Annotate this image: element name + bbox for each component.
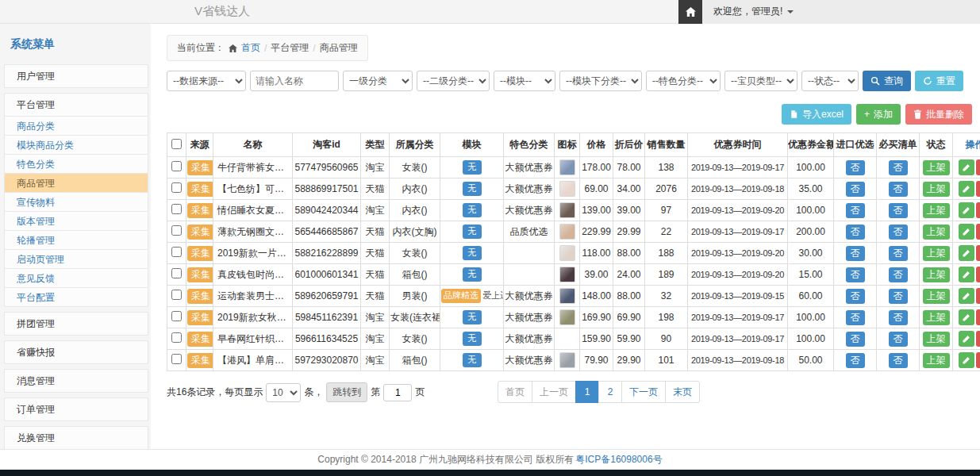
sidebar-item-users[interactable]: 用户管理 [4,64,148,88]
delete-button[interactable] [976,245,980,261]
page-button-next[interactable]: 下一页 [621,381,666,403]
reset-button[interactable]: 重置 [915,71,963,91]
batch-delete-button[interactable]: 批量删除 [905,104,972,125]
import-excel-button[interactable]: 导入excel [782,104,851,125]
status-toggle[interactable]: 上架 [923,160,950,175]
must-buy-toggle[interactable]: 否 [889,267,908,282]
edit-button[interactable] [959,202,974,218]
sidebar-item-module-goods-category[interactable]: 模块商品分类 [4,135,148,155]
must-buy-toggle[interactable]: 否 [889,310,908,325]
status-toggle[interactable]: 上架 [923,203,950,218]
filter-select[interactable]: 一级分类 [343,71,413,91]
row-checkbox[interactable] [171,161,182,171]
status-toggle[interactable]: 上架 [923,332,950,347]
filter-select[interactable]: --数据来源-- [167,71,246,91]
user-menu[interactable]: 欢迎您，管理员! [713,5,794,18]
add-button[interactable]: + 添加 [856,104,901,125]
status-toggle[interactable]: 上架 [923,267,950,282]
import-select-toggle[interactable]: 否 [846,203,865,218]
filter-select[interactable]: --二级分类-- [417,71,490,91]
row-checkbox[interactable] [171,354,182,364]
sidebar-item-order[interactable]: 订单管理 [4,397,148,421]
sidebar-item-groupbuy[interactable]: 拼团管理 [4,312,148,336]
sidebar-item-platform[interactable]: 平台管理 [4,93,148,117]
page-button-2[interactable]: 2 [598,381,622,403]
sidebar-item-feedback[interactable]: 意见反馈 [4,268,148,288]
edit-button[interactable] [959,267,974,282]
filter-select[interactable]: --模块下分类-- [559,71,642,91]
icp-link[interactable]: 粤ICP备16098006号 [575,453,662,466]
edit-button[interactable] [959,245,974,261]
row-checkbox[interactable] [171,332,182,343]
sidebar-item-express[interactable]: 省赚快报 [4,340,148,364]
import-select-toggle[interactable]: 否 [846,225,865,240]
delete-button[interactable] [976,159,980,175]
delete-button[interactable] [976,288,980,304]
status-toggle[interactable]: 上架 [923,225,950,240]
import-select-toggle[interactable]: 否 [846,310,865,325]
row-checkbox[interactable] [171,290,182,300]
filter-select[interactable]: --宝贝类型-- [724,71,797,91]
page-button-last[interactable]: 末页 [665,381,700,403]
breadcrumb-item-platform[interactable]: 平台管理 [271,41,309,55]
sidebar-item-exchange[interactable]: 兑换管理 [4,426,148,450]
status-toggle[interactable]: 上架 [923,353,950,368]
row-checkbox[interactable] [171,247,182,257]
status-toggle[interactable]: 上架 [923,182,950,197]
sidebar-item-version-management[interactable]: 版本管理 [4,211,148,231]
must-buy-toggle[interactable]: 否 [889,289,908,304]
must-buy-toggle[interactable]: 否 [889,203,908,218]
import-select-toggle[interactable]: 否 [846,267,865,282]
must-buy-toggle[interactable]: 否 [889,246,908,261]
edit-button[interactable] [959,352,974,368]
edit-button[interactable] [959,181,974,197]
jump-page-input[interactable] [383,384,412,401]
home-button[interactable] [678,0,702,24]
page-button-first[interactable]: 首页 [498,381,532,403]
import-select-toggle[interactable]: 否 [846,332,865,347]
row-checkbox[interactable] [171,204,182,214]
row-checkbox[interactable] [171,268,182,278]
page-size-select[interactable]: 10 [266,383,301,402]
filter-select[interactable]: --状态-- [801,71,859,91]
import-select-toggle[interactable]: 否 [846,353,865,368]
filter-select[interactable]: --模块-- [494,71,555,91]
edit-button[interactable] [959,309,974,325]
edit-button[interactable] [959,159,974,175]
sidebar-item-goods-category[interactable]: 商品分类 [4,116,148,136]
must-buy-toggle[interactable]: 否 [889,353,908,368]
jump-button[interactable]: 跳转到 [326,382,367,402]
page-button-prev[interactable]: 上一页 [532,381,576,403]
import-select-toggle[interactable]: 否 [846,182,865,197]
filter-select[interactable]: --特色分类-- [646,71,721,91]
must-buy-toggle[interactable]: 否 [889,225,908,240]
must-buy-toggle[interactable]: 否 [889,332,908,347]
delete-button[interactable] [976,224,980,240]
status-toggle[interactable]: 上架 [923,289,950,304]
sidebar-item-carousel-management[interactable]: 轮播管理 [4,230,148,250]
sidebar-item-promo-materials[interactable]: 宣传物料 [4,192,148,212]
breadcrumb-home-link[interactable]: 首页 [241,41,260,55]
search-button[interactable]: 查询 [863,71,911,91]
delete-button[interactable] [976,331,980,347]
sidebar-item-goods-management[interactable]: 商品管理 [4,173,148,193]
import-select-toggle[interactable]: 否 [846,289,865,304]
delete-button[interactable] [976,202,980,218]
edit-button[interactable] [959,288,974,304]
row-checkbox[interactable] [171,225,182,236]
edit-button[interactable] [959,331,974,347]
must-buy-toggle[interactable]: 否 [889,160,908,175]
row-checkbox[interactable] [171,182,182,193]
page-button-1[interactable]: 1 [575,381,599,403]
name-search-input[interactable] [250,71,339,91]
status-toggle[interactable]: 上架 [923,246,950,261]
status-toggle[interactable]: 上架 [923,310,950,325]
edit-button[interactable] [959,224,974,240]
delete-button[interactable] [976,309,980,325]
sidebar-item-splash-management[interactable]: 启动页管理 [4,249,148,269]
delete-button[interactable] [976,267,980,282]
must-buy-toggle[interactable]: 否 [889,182,908,197]
row-checkbox[interactable] [171,311,182,321]
select-all-checkbox[interactable] [171,139,182,149]
sidebar-item-platform-config[interactable]: 平台配置 [4,287,148,307]
